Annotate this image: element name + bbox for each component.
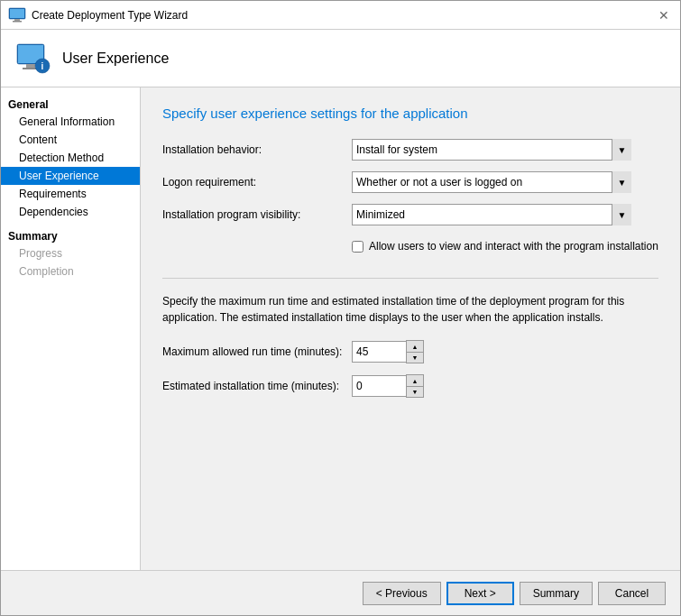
sidebar-item-progress: Progress — [1, 244, 140, 262]
estimated-install-input[interactable]: 0 — [352, 375, 406, 397]
sidebar-item-dependencies[interactable]: Dependencies — [1, 203, 140, 221]
estimated-install-spinbox-buttons: ▲ ▼ — [406, 374, 424, 398]
estimated-install-spinbox: 0 ▲ ▼ — [352, 374, 658, 398]
description-text: Specify the maximum run time and estimat… — [162, 293, 631, 326]
header-icon: i — [15, 41, 51, 77]
installation-visibility-dropdown[interactable]: Minimized Normal Maximized Hidden — [352, 204, 631, 225]
installation-visibility-dropdown-container: Minimized Normal Maximized Hidden ▼ — [352, 204, 631, 225]
allow-users-checkbox-row: Allow users to view and interact with th… — [352, 240, 658, 253]
installation-behavior-dropdown-container: Install for system Install for user Inst… — [352, 139, 631, 161]
sidebar-item-general-information[interactable]: General Information — [1, 113, 140, 131]
max-run-time-row: Maximum allowed run time (minutes): 45 ▲… — [162, 340, 658, 363]
max-run-time-increment-button[interactable]: ▲ — [407, 341, 423, 352]
max-run-time-spinbox-buttons: ▲ ▼ — [406, 340, 424, 363]
wizard-header: i User Experience — [1, 30, 680, 87]
content-title: Specify user experience settings for the… — [162, 106, 658, 121]
previous-button[interactable]: < Previous — [363, 582, 441, 605]
svg-text:i: i — [41, 61, 44, 71]
installation-behavior-label: Installation behavior: — [162, 143, 352, 156]
allow-users-checkbox[interactable] — [352, 241, 364, 253]
estimated-install-label: Estimated installation time (minutes): — [162, 380, 352, 392]
max-run-time-label: Maximum allowed run time (minutes): — [162, 345, 352, 358]
sidebar-group-summary: Summary — [1, 226, 140, 244]
installation-visibility-label: Installation program visibility: — [162, 208, 352, 221]
svg-rect-3 — [13, 21, 22, 23]
content-area: Specify user experience settings for the… — [141, 87, 680, 570]
logon-requirement-dropdown[interactable]: Whether or not a user is logged on Only … — [352, 171, 631, 193]
max-run-time-input[interactable]: 45 — [352, 341, 406, 363]
main-content: General General Information Content Dete… — [1, 87, 680, 570]
wizard-header-title: User Experience — [62, 51, 169, 67]
svg-rect-6 — [26, 64, 35, 68]
sidebar-group-general: General — [1, 95, 140, 113]
title-bar: Create Deployment Type Wizard ✕ — [1, 1, 680, 30]
max-run-time-decrement-button[interactable]: ▼ — [407, 352, 423, 363]
close-button[interactable]: ✕ — [655, 6, 673, 24]
installation-behavior-dropdown[interactable]: Install for system Install for user Inst… — [352, 139, 631, 161]
summary-button[interactable]: Summary — [520, 582, 593, 605]
sidebar-item-completion: Completion — [1, 262, 140, 280]
svg-rect-2 — [14, 19, 20, 21]
logon-requirement-dropdown-container: Whether or not a user is logged on Only … — [352, 171, 631, 193]
installation-behavior-row: Installation behavior: Install for syste… — [162, 139, 658, 161]
logon-requirement-label: Logon requirement: — [162, 176, 352, 188]
sidebar-item-detection-method[interactable]: Detection Method — [1, 149, 140, 167]
wizard-footer: < Previous Next > Summary Cancel — [1, 570, 680, 615]
max-run-time-spinbox: 45 ▲ ▼ — [352, 340, 658, 363]
sidebar-item-requirements[interactable]: Requirements — [1, 185, 140, 203]
section-divider — [162, 278, 658, 279]
window-icon — [8, 6, 26, 24]
estimated-install-decrement-button[interactable]: ▼ — [407, 386, 423, 397]
sidebar-item-user-experience[interactable]: User Experience — [1, 167, 140, 185]
estimated-install-row: Estimated installation time (minutes): 0… — [162, 374, 658, 398]
estimated-install-increment-button[interactable]: ▲ — [407, 375, 423, 386]
allow-users-label: Allow users to view and interact with th… — [369, 240, 658, 253]
logon-requirement-row: Logon requirement: Whether or not a user… — [162, 171, 658, 193]
sidebar: General General Information Content Dete… — [1, 87, 141, 570]
installation-visibility-row: Installation program visibility: Minimiz… — [162, 204, 658, 225]
window-title: Create Deployment Type Wizard — [32, 9, 655, 22]
next-button[interactable]: Next > — [446, 582, 514, 605]
wizard-window: Create Deployment Type Wizard ✕ i User E… — [0, 0, 681, 616]
sidebar-item-content[interactable]: Content — [1, 131, 140, 149]
cancel-button[interactable]: Cancel — [598, 582, 666, 605]
svg-rect-1 — [10, 9, 24, 18]
